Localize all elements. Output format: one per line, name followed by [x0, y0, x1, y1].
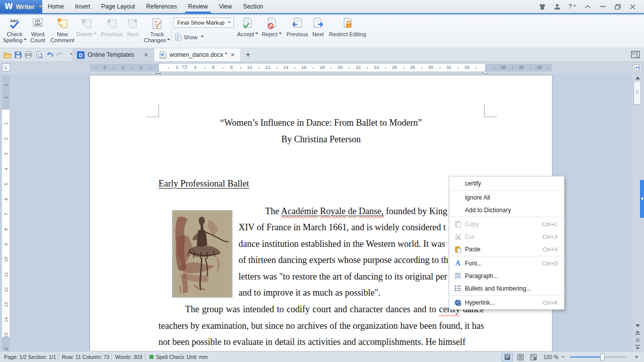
doc-text-line: of thirteen dancing experts whose purpos… [238, 255, 448, 265]
menu-item-certify[interactable]: certify [449, 177, 564, 190]
new-comment-button[interactable]: NewComment [49, 17, 75, 43]
next-comment-button[interactable]: Next [124, 17, 142, 37]
vertical-ruler[interactable]: 1212345678910111213141516 [2, 75, 10, 351]
menu-references[interactable]: References [140, 0, 182, 13]
restrict-editing-button[interactable]: Restrict Editing [326, 17, 369, 37]
tab-online-templates[interactable]: D Online Templates ✕ [72, 48, 154, 61]
open-icon[interactable] [3, 51, 12, 59]
zoom-in-button[interactable]: + [633, 353, 640, 361]
menu-item-add-to-dictionary[interactable]: Add to Dictionary [449, 204, 564, 216]
margin-mark-top-right [484, 104, 497, 117]
outline-view-icon[interactable] [515, 353, 526, 361]
next-change-button[interactable]: Next [309, 17, 327, 37]
new-comment-icon [56, 17, 68, 30]
close-tab-icon[interactable]: ✕ [144, 52, 148, 58]
svg-text:¶: ¶ [458, 275, 460, 280]
ruler-number: 4 [194, 65, 196, 70]
account-icon[interactable] [552, 2, 562, 11]
ruler-number: 28 [410, 65, 415, 70]
select-browse-object-icon[interactable] [634, 337, 641, 343]
menu-view[interactable]: View [213, 0, 237, 13]
ruler-number: 32 [446, 65, 451, 70]
zoom-slider-handle[interactable] [600, 353, 605, 360]
app-logo-button[interactable]: W Writer [0, 0, 42, 13]
menu-item-font[interactable]: A Font... Ctrl+D [449, 257, 564, 269]
menu-item-cut[interactable]: Cut Ctrl+X [449, 230, 564, 243]
ruler-number: 18 [319, 65, 325, 70]
check-spelling-button[interactable]: ABC CheckSpelling [1, 17, 28, 43]
print-icon[interactable] [24, 51, 33, 59]
tab-stop-selector[interactable]: L [2, 63, 10, 71]
undo-icon[interactable] [45, 51, 54, 59]
dancer-image[interactable] [172, 210, 232, 298]
previous-comment-button[interactable]: Previous [99, 17, 124, 37]
menu-item-paragraph[interactable]: ¶ Paragraph... [449, 269, 564, 282]
collapse-ribbon-icon[interactable] [582, 2, 593, 11]
doc-text-line: and to improve it as much as possible". [238, 288, 380, 298]
reject-button[interactable]: Reject [260, 17, 283, 37]
close-button[interactable] [627, 2, 638, 11]
word-count-button[interactable]: 123ABC WordCount [27, 17, 49, 43]
doc-title: “Women’s Influence in Dance: From Ballet… [90, 118, 552, 128]
previous-page-icon[interactable] [634, 330, 641, 336]
doc-text-line: XIV of France in March 1661, and is wide… [238, 222, 446, 233]
delete-comment-button[interactable]: Delete [75, 17, 98, 37]
document-tabbar: D Online Templates ✕ W women_dance.docx … [0, 48, 644, 62]
minimize-button[interactable] [597, 2, 608, 11]
task-pane-icon[interactable] [631, 50, 640, 59]
skin-icon[interactable] [537, 2, 547, 11]
scroll-up-icon[interactable] [634, 75, 641, 81]
next-page-icon[interactable] [634, 344, 641, 350]
ruler-row: L 24624681012141618202224262830323438404… [0, 62, 644, 74]
zoom-level[interactable]: 120 % [543, 351, 558, 362]
page-view-icon[interactable] [502, 353, 513, 361]
ruler-tick [132, 67, 132, 69]
first-line-indent-marker[interactable] [182, 65, 187, 69]
doc-text-line: letters was "to restore the art of danci… [238, 272, 447, 282]
web-view-icon[interactable] [528, 353, 539, 361]
ruler-number: 12 [4, 286, 9, 294]
print-preview-icon[interactable] [35, 51, 43, 59]
menu-item-paste[interactable]: Paste Ctrl+V [449, 243, 564, 255]
status-page[interactable]: Page: 1/2 Section: 1/1 [4, 351, 56, 362]
previous-change-button[interactable]: Previous [284, 17, 310, 37]
accept-button[interactable]: Accept [235, 17, 260, 37]
tab-women-dance[interactable]: W women_dance.docx * ✕ [154, 48, 240, 61]
new-tab-button[interactable]: + [243, 49, 254, 60]
status-words[interactable]: Words: 303 [115, 351, 142, 362]
ruler-toggle-button[interactable] [632, 63, 641, 72]
scrollbar-thumb[interactable] [633, 81, 641, 105]
save-icon[interactable] [14, 51, 22, 59]
menu-insert[interactable]: Insert [69, 0, 96, 13]
menu-home[interactable]: Home [42, 0, 69, 13]
ruler-tick [222, 67, 223, 69]
track-changes-button[interactable]: TrackChanges [143, 17, 171, 43]
help-icon[interactable]: ? [567, 2, 578, 11]
horizontal-ruler[interactable]: 246246810121416182022242628303234384042 [90, 64, 552, 71]
side-panel-handle[interactable] [640, 180, 644, 218]
show-markup-button[interactable]: Show [175, 32, 204, 42]
status-spellcheck[interactable]: Spell Check [149, 351, 184, 362]
menu-page-layout[interactable]: Page Layout [96, 0, 140, 13]
docer-icon: D [77, 51, 85, 59]
restore-button[interactable] [612, 2, 623, 11]
track-changes-icon [151, 17, 163, 30]
menu-item-copy[interactable]: Copy Ctrl+C [449, 218, 564, 230]
menu-section[interactable]: Section [237, 0, 269, 13]
ruler-number: 8 [230, 65, 232, 70]
ruler-number: 34 [464, 65, 469, 70]
zoom-out-button[interactable]: − [559, 353, 567, 361]
ruler-tick [313, 67, 313, 69]
ruler-tick [114, 67, 114, 69]
scroll-down-icon[interactable] [634, 323, 641, 329]
menu-item-bullets[interactable]: Bullets and Numbering... [449, 282, 564, 295]
right-indent-marker[interactable] [483, 70, 488, 74]
ruler-tick [548, 67, 549, 69]
redo-icon[interactable] [56, 51, 64, 59]
menu-item-ignore-all[interactable]: Ignore All [449, 191, 564, 204]
margin-mark-top-left [146, 104, 159, 117]
menu-item-hyperlink[interactable]: Hyperlink... Ctrl+K [449, 296, 564, 309]
markup-dropdown[interactable]: Final Show Markup [174, 18, 234, 28]
menu-review[interactable]: Review [183, 0, 213, 13]
close-tab-icon[interactable]: ✕ [230, 52, 235, 58]
